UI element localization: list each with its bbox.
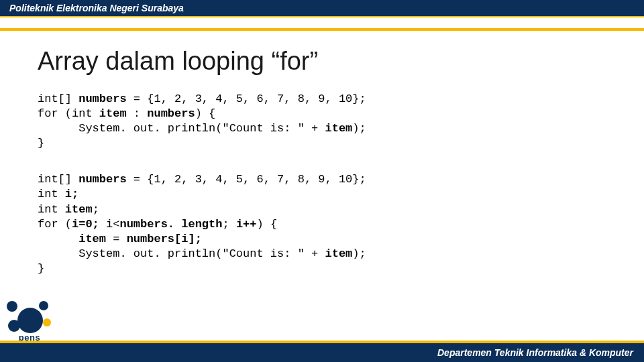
code-bold: numbers[i]; [127,233,202,245]
header-institution: Politeknik Elektronika Negeri Surabaya [9,3,184,13]
footer-bar: Departemen Teknik Informatika & Komputer [0,343,644,362]
code-text: = {1, 2, 3, 4, 5, 6, 7, 8, 9, 10}; [127,93,366,105]
slide-title: Array dalam looping “for” [38,47,606,76]
code-text: System. out. println("Count is: " + [38,247,325,260]
code-block-2: int[] numbers = {1, 2, 3, 4, 5, 6, 7, 8,… [38,172,606,276]
code-bold: numbers. length [119,218,222,231]
code-text: int [38,203,65,216]
code-text: : [127,107,148,120]
code-text: for ( [38,218,72,231]
code-bold: item [78,233,106,245]
code-bold: item [325,122,352,135]
code-text: int[] [38,93,78,105]
code-text [38,233,78,245]
code-bold: numbers [147,107,195,120]
code-bold: item [325,247,352,260]
code-text: ); [352,247,366,260]
code-bold: item [99,107,127,120]
code-text: ); [352,122,366,135]
code-text: = [106,233,127,245]
footer-department: Departemen Teknik Informatika & Komputer [437,347,633,358]
code-text: ) { [256,218,277,231]
code-text: int[] [38,173,78,186]
code-bold: numbers [78,173,126,186]
slide: Politeknik Elektronika Negeri Surabaya A… [0,0,644,362]
logo-mark-icon [7,301,52,332]
code-text: i< [99,218,120,231]
code-text: ; [93,203,99,216]
code-text: = {1, 2, 3, 4, 5, 6, 7, 8, 9, 10}; [127,173,366,186]
footer-zone: Departemen Teknik Informatika & Komputer [0,341,644,362]
code-text: System. out. println("Count is: " + [38,122,325,135]
header-bar: Politeknik Elektronika Negeri Surabaya [0,0,644,17]
code-text: } [38,137,44,149]
code-text: int [38,188,65,200]
code-block-1: int[] numbers = {1, 2, 3, 4, 5, 6, 7, 8,… [38,92,606,151]
code-bold: numbers [78,93,126,105]
code-text: ) { [195,107,216,120]
code-text: ; [222,218,235,231]
code-bold: i=0; [72,218,99,231]
code-text: for (int [38,107,99,120]
code-text: } [38,262,44,275]
code-bold: item [65,203,93,216]
code-bold: i++ [236,218,257,231]
content-area: Array dalam looping “for” int[] numbers … [0,31,644,276]
institution-logo: pens [7,301,52,342]
code-bold: i; [65,188,78,200]
